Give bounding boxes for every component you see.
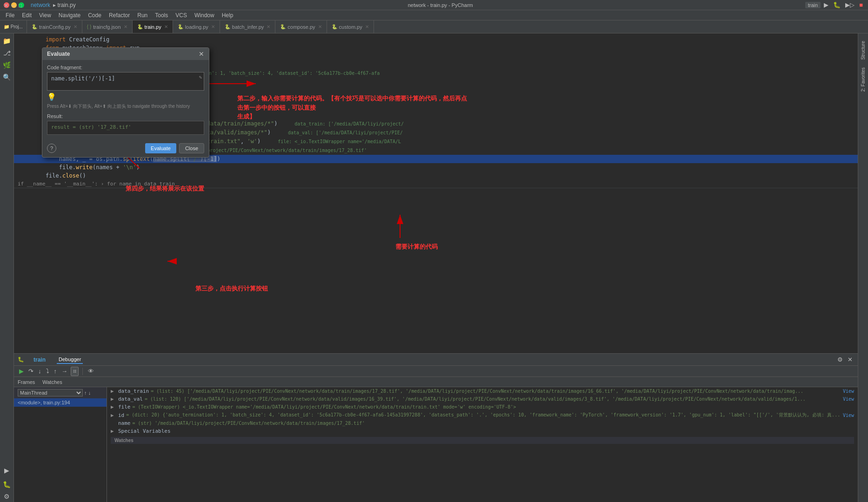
favorites-panel[interactable]: 2: Favorites — [860, 66, 867, 93]
expand-icon: ▶ — [111, 404, 116, 410]
evaluate-button[interactable]: Evaluate — [145, 143, 176, 153]
code-fragment-box[interactable]: name.split('/')[-1] ✎ — [47, 72, 204, 91]
sidebar-git-icon[interactable]: 🌿 — [1, 59, 13, 71]
tab-close-custom[interactable]: ✕ — [365, 24, 369, 29]
help-button[interactable]: ? — [47, 144, 56, 153]
tab-close-traincfg[interactable]: ✕ — [124, 24, 127, 29]
structure-panel[interactable]: Structure — [860, 39, 867, 62]
close-btn[interactable]: ✕ — [4, 2, 9, 8]
breadcrumb: if __name__ == '__main__': › for name in… — [14, 180, 858, 188]
tab-label-active: train.py — [145, 24, 161, 30]
tab-traincfg[interactable]: { } traincfg.json ✕ — [82, 20, 133, 33]
tab-custom[interactable]: 🐍 custom.py ✕ — [327, 20, 374, 33]
debug-settings-btn[interactable]: ⚙ — [836, 356, 844, 363]
window-controls[interactable]: ✕ ─ □ — [4, 2, 24, 8]
code-line[interactable]: import CreateConfig — [14, 35, 858, 44]
tab-loading[interactable]: 🐍 loading.py ✕ — [173, 20, 220, 33]
toolbar-divider — [82, 368, 83, 375]
watches-section: Watches — [107, 435, 858, 446]
var-name: file — [118, 404, 131, 410]
menu-navigate[interactable]: Navigate — [55, 11, 84, 20]
step-into-mine-btn[interactable]: ⤵ — [45, 367, 51, 375]
thread-nav-down[interactable]: ↓ — [88, 390, 91, 396]
tab-close-train[interactable]: ✕ — [164, 24, 168, 29]
network-label[interactable]: network — [28, 2, 53, 8]
debug-sub-tabs: Frames Watches — [14, 377, 858, 387]
menu-edit[interactable]: Edit — [18, 11, 35, 20]
run-config-name[interactable]: train — [805, 2, 821, 8]
menu-window[interactable]: Window — [191, 11, 218, 20]
resume-btn[interactable]: ▶ — [18, 367, 25, 375]
tab-close-compose[interactable]: ✕ — [318, 24, 322, 29]
tab-label: custom.py — [339, 24, 362, 30]
tab-close-batch[interactable]: ✕ — [267, 24, 270, 29]
fragment-edit-icon[interactable]: ✎ — [199, 74, 202, 80]
tab-close-loading[interactable]: ✕ — [211, 24, 215, 29]
watches-subtab[interactable]: Watches — [42, 379, 62, 385]
coverage-button[interactable]: ▶▷ — [844, 1, 856, 9]
tab-trainconfig[interactable]: 🐍 trainConfig.py ✕ — [27, 20, 82, 33]
menu-run[interactable]: Run — [134, 11, 151, 20]
tab-label: traincfg.json — [93, 24, 120, 30]
var-id[interactable]: ▶ id = (dict: 20) {'auto_termination': 1… — [107, 411, 858, 419]
debug-toolbar: ▶ ↷ ↓ ⤵ ↑ → ⌗ 👁 — [14, 366, 858, 377]
menu-code[interactable]: Code — [84, 11, 105, 20]
yellow-bulb-icon: 💡 — [47, 93, 56, 101]
menu-file[interactable]: File — [2, 11, 18, 20]
right-sidebar: Structure 2: Favorites — [858, 33, 868, 502]
evaluate-expression-btn[interactable]: ⌗ — [71, 367, 79, 376]
run-config-area: train ▶ 🐛 ▶▷ ■ — [805, 1, 864, 9]
sidebar-debug-icon[interactable]: 🐛 — [1, 479, 13, 490]
view-link[interactable]: View — [843, 389, 854, 394]
menu-tools[interactable]: Tools — [151, 11, 172, 20]
maximize-btn[interactable]: □ — [19, 2, 24, 8]
frames-subtab[interactable]: Frames — [18, 379, 35, 385]
stop-button[interactable]: ■ — [858, 1, 864, 9]
var-name[interactable]: name = (str) '/media/DATA/liyi/project/P… — [107, 419, 858, 427]
code-line[interactable]: file.write(names + '\n') — [14, 163, 858, 172]
view-link[interactable]: View — [843, 396, 854, 402]
code-editor[interactable]: Evaluate ✕ Code fragment: name.split('/'… — [14, 33, 858, 353]
menu-refactor[interactable]: Refactor — [105, 11, 134, 20]
var-data-val[interactable]: ▶ data_val = (list: 120) ['/media/DATA/l… — [107, 395, 858, 403]
var-file[interactable]: ▶ file = (TextIOWrapper) <_io.TextIOWrap… — [107, 403, 858, 411]
menu-vcs[interactable]: VCS — [172, 11, 191, 20]
tab-train[interactable]: 🐍 train.py ✕ — [133, 20, 173, 33]
run-button[interactable]: ▶ — [822, 1, 830, 9]
sidebar-search-icon[interactable]: 🔍 — [1, 72, 13, 83]
add-watch-btn[interactable]: 👁 — [87, 367, 95, 375]
step-out-btn[interactable]: ↑ — [53, 367, 59, 375]
var-special[interactable]: ▶ Special Variables — [107, 427, 858, 435]
sidebar-project-icon[interactable]: 📁 — [1, 35, 13, 46]
sidebar-structure-icon[interactable]: ⎇ — [1, 47, 13, 59]
step-over-btn[interactable]: ↷ — [27, 367, 35, 375]
frame-item-module[interactable]: <module>, train.py:194 — [14, 398, 107, 407]
tab-project[interactable]: 📁 Proj... — [0, 20, 27, 33]
thread-nav-up[interactable]: ↑ — [84, 390, 87, 396]
run-to-cursor-btn[interactable]: → — [60, 367, 69, 375]
var-data-train[interactable]: ▶ data_train = (list: 45) ['/media/DATA/… — [107, 387, 858, 395]
menu-help[interactable]: Help — [218, 11, 237, 20]
dialog-close-icon[interactable]: ✕ — [199, 51, 204, 57]
sidebar-settings-icon[interactable]: ⚙ — [1, 491, 13, 502]
tab-batch-infer[interactable]: 🐍 batch_infer.py ✕ — [220, 20, 276, 33]
minimize-btn[interactable]: ─ — [11, 2, 17, 8]
variables-panel: ▶ data_train = (list: 45) ['/media/DATA/… — [107, 387, 858, 502]
debug-tab-debugger[interactable]: Debugger — [57, 356, 83, 364]
expand-icon: ▶ — [111, 428, 116, 434]
tab-compose[interactable]: 🐍 compose.py ✕ — [275, 20, 327, 33]
left-sidebar: 📁 ⎇ 🌿 🔍 ▶ 🐛 ⚙ — [0, 33, 14, 502]
debug-close-btn[interactable]: ✕ — [846, 356, 854, 363]
code-line[interactable]: file.close() — [14, 172, 858, 180]
sidebar-run-icon[interactable]: ▶ — [1, 465, 13, 476]
view-link[interactable]: View — [843, 413, 854, 418]
menu-view[interactable]: View — [35, 11, 55, 20]
dialog-titlebar[interactable]: Evaluate ✕ — [42, 48, 209, 60]
debug-button[interactable]: 🐛 — [832, 1, 842, 9]
step-into-btn[interactable]: ↓ — [37, 367, 43, 375]
close-dialog-button[interactable]: Close — [179, 143, 204, 153]
tab-close-trainconfig[interactable]: ✕ — [73, 24, 77, 29]
thread-selector[interactable]: MainThread — [18, 389, 83, 396]
py-icon: 🐍 — [332, 24, 337, 29]
title-bar: ✕ ─ □ network ▸ train.py network - train… — [0, 0, 868, 10]
